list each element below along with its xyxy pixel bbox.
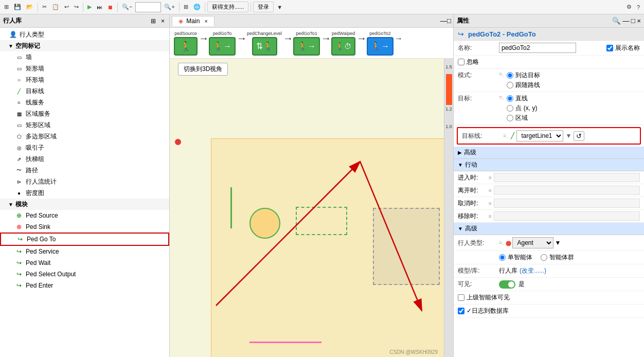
tree-item-ped-enter[interactable]: ↪ Ped Enter xyxy=(0,280,169,291)
toolbar-grid-btn[interactable]: ⊞ xyxy=(182,3,190,11)
target-line-dropdown[interactable]: targetLine1 xyxy=(516,130,563,141)
tree-item-ring-wall[interactable]: ○ 环形墙 xyxy=(0,74,169,85)
tree-item-rect-area[interactable]: ▭ 矩形区域 ✎ xyxy=(0,119,169,131)
toolbar-btn-undo[interactable]: ↩ xyxy=(62,3,71,11)
toolbar-step-btn[interactable]: ⏭ xyxy=(95,3,104,11)
toolbar-btn-open[interactable]: 📂 xyxy=(24,3,35,11)
action-cancel-label: 取消时: xyxy=(458,199,489,208)
model-change-link[interactable]: (改变......) xyxy=(520,266,546,275)
tree-category-modules[interactable]: ▼ 模块 xyxy=(0,199,169,210)
target-line-refresh-btn[interactable]: ↺ xyxy=(574,131,584,141)
upper-visible-checkbox[interactable] xyxy=(458,294,464,301)
visible-toggle[interactable] xyxy=(499,280,515,289)
remove-handle-icon[interactable]: ≡ xyxy=(489,213,492,219)
show-name-checkbox[interactable] xyxy=(606,45,613,51)
toolbar-help-btn[interactable]: ? xyxy=(635,3,642,11)
mode-follow-radio[interactable] xyxy=(507,82,513,88)
right-panel: 属性 🔍 — □ × ↪ pedGoTo2 - PedGoTo 名称: xyxy=(454,14,644,357)
section-advanced-2[interactable]: ▼ 高级 xyxy=(454,223,644,235)
agent-dropdown[interactable]: Agent xyxy=(512,237,553,248)
toolbar-settings-btn[interactable]: ⚙ xyxy=(624,3,634,11)
left-panel-grid-btn[interactable]: ⊞ xyxy=(149,17,157,25)
toolbar-run-btn[interactable]: ▶ xyxy=(85,3,94,11)
center-maximize[interactable]: □ xyxy=(447,17,451,25)
toolbar-btn-1[interactable]: ⊞ xyxy=(2,3,11,11)
section-action[interactable]: ▼ 行动 xyxy=(454,159,644,171)
left-panel-close-btn[interactable]: × xyxy=(159,17,166,25)
tree-item-rect-wall[interactable]: ▭ 矩形墙 ✎ xyxy=(0,63,169,74)
target-line-item: 直线 xyxy=(507,94,537,103)
single-body-radio[interactable] xyxy=(499,254,506,261)
target-line-slash-icon: ╱ xyxy=(511,132,514,139)
tree-item-attractor[interactable]: ◎ 吸引子 xyxy=(0,142,169,153)
center-minimize[interactable]: — xyxy=(440,17,447,25)
tree-item-path[interactable]: 〜 路径 ✎ xyxy=(0,165,169,176)
tree-item-ped-go-to[interactable]: ↪ Ped Go To xyxy=(0,233,169,246)
tree-item-target-line[interactable]: ╱ 目标线 ✎ xyxy=(0,85,169,97)
green-dashed-rect xyxy=(296,207,347,235)
level-change-icon: ⇅🚶 xyxy=(256,41,273,51)
login-arrow[interactable]: ▼ xyxy=(275,3,284,11)
tree-item-wall[interactable]: ▭ 墙 ✎ xyxy=(0,51,169,63)
mode-reach-radio[interactable] xyxy=(507,72,513,79)
right-panel-minimize[interactable]: — xyxy=(622,17,629,25)
canvas-area[interactable]: 切换到3D视角 xyxy=(170,59,453,357)
section-advanced-1[interactable]: ▶ 高级 xyxy=(454,147,644,159)
tree-item-ped-sink[interactable]: ⊗ Ped Sink xyxy=(0,221,169,233)
right-panel-maximize[interactable]: □ xyxy=(631,17,635,25)
tab-main[interactable]: ◈ Main × xyxy=(172,16,214,26)
cancel-handle-icon[interactable]: ≡ xyxy=(489,201,492,206)
toolbar-stop-btn[interactable]: ⏹ xyxy=(105,3,115,11)
leave-handle-icon[interactable]: ≡ xyxy=(489,188,492,193)
right-panel-close[interactable]: × xyxy=(637,17,641,25)
tree-item-line-service[interactable]: ≈ 线服务 xyxy=(0,97,169,108)
sep-6 xyxy=(251,3,251,12)
tree-category-spatial[interactable]: ▼ 空间标记 xyxy=(0,40,169,51)
flow-node-pedgoto[interactable]: 🚶→ xyxy=(209,37,236,56)
smart-group-radio[interactable] xyxy=(541,254,547,261)
tree-item-escalator[interactable]: ⇗ 扶梯组 xyxy=(0,153,169,165)
log-checkbox[interactable] xyxy=(458,308,464,314)
toolbar-btn-save[interactable]: 💾 xyxy=(12,3,23,11)
flow-arrow-2: → xyxy=(237,32,247,53)
zoom-in-btn[interactable]: 🔍+ xyxy=(162,3,176,11)
flow-node-pedgoto1[interactable]: 🚶→ xyxy=(293,37,320,56)
action-enter-label: 进入时: xyxy=(458,173,489,182)
action-cancel-input[interactable] xyxy=(494,199,640,208)
tree-item-ped-wait[interactable]: ↪ Ped Wait xyxy=(0,257,169,269)
tree-item-pedestrian-type[interactable]: 👤 行人类型 xyxy=(0,29,169,40)
support-button[interactable]: 获得支持...... xyxy=(207,2,248,12)
tree-item-ped-source[interactable]: ⊕ Ped Source xyxy=(0,210,169,221)
switch-3d-button[interactable]: 切换到3D视角 xyxy=(178,63,228,76)
zoom-out-btn[interactable]: 🔍− xyxy=(120,3,134,11)
login-button[interactable]: 登录 xyxy=(253,2,274,12)
tree-item-density[interactable]: ● 密度图 xyxy=(0,187,169,199)
right-panel-search-btn[interactable]: 🔍 xyxy=(612,17,621,25)
toolbar-btn-cut[interactable]: ✂ xyxy=(40,3,49,11)
tree-item-flow-stat[interactable]: ⊳ 行人流统计 xyxy=(0,176,169,187)
toolbar-btn-redo[interactable]: ↪ xyxy=(72,3,81,11)
enter-handle-icon[interactable]: ≡ xyxy=(489,175,492,181)
toolbar-btn-copy[interactable]: 📋 xyxy=(50,3,61,11)
action-remove-input[interactable] xyxy=(494,211,640,221)
zoom-input[interactable]: 125% xyxy=(135,2,161,12)
target-area-radio[interactable] xyxy=(507,115,513,121)
toolbar-3d-btn[interactable]: 🌐 xyxy=(191,3,203,11)
target-line-radio[interactable] xyxy=(507,95,513,102)
prop-name-input[interactable] xyxy=(499,43,576,53)
flow-node-pedwaiped[interactable]: 🚶⏱ xyxy=(331,37,355,56)
left-panel-header: 行人库 ⊞ × xyxy=(0,14,169,28)
action-enter-input[interactable] xyxy=(494,173,640,182)
tab-main-close[interactable]: × xyxy=(205,19,208,24)
flow-node-pedgoto2[interactable]: 🚶→ xyxy=(367,37,393,56)
flow-node-changelevel[interactable]: ⇅🚶 xyxy=(252,37,277,56)
tree-item-ped-select-output[interactable]: ↪ Ped Select Output xyxy=(0,269,169,280)
target-point-radio[interactable] xyxy=(507,105,513,112)
flow-node-ped-source[interactable]: 🚶 xyxy=(174,37,198,56)
tree-item-ped-service[interactable]: ↪ Ped Service xyxy=(0,246,169,257)
ignore-checkbox[interactable] xyxy=(458,59,464,65)
tree-item-area-service[interactable]: ▦ 区域服务 xyxy=(0,108,169,119)
action-leave-input[interactable] xyxy=(494,186,640,195)
prop-upper-visible-row: 上级智能体可见 xyxy=(454,291,644,305)
tree-item-poly-area[interactable]: ⬠ 多边形区域 xyxy=(0,131,169,142)
